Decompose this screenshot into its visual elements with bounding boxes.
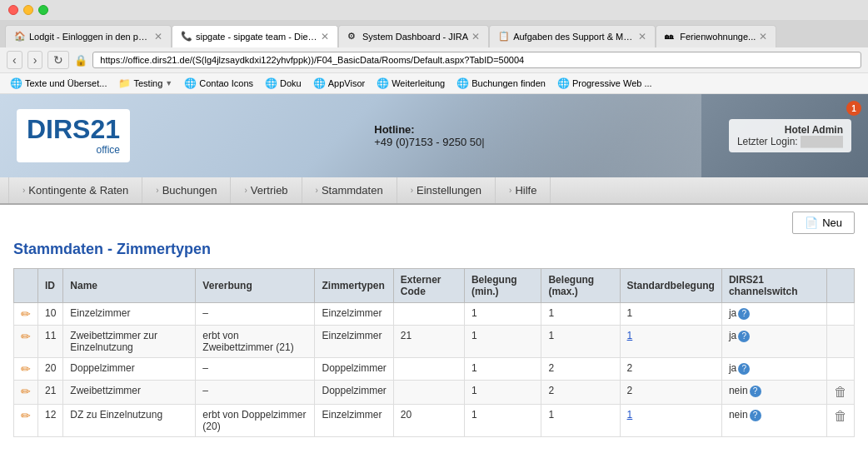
delete-button-21[interactable]: 🗑 (834, 385, 847, 399)
minimize-dot[interactable] (23, 5, 33, 15)
zimmertypen-cell-11: Einzelzimmer (315, 326, 393, 358)
delete-cell-12: 🗑 (827, 405, 855, 437)
channelswitch-value-12: nein (729, 409, 748, 421)
delete-button-12[interactable]: 🗑 (834, 409, 847, 423)
site-header: DIRS21 office Hotline: +49 (0)7153 - 925… (0, 94, 868, 177)
channelswitch-cell-12: nein? (721, 405, 826, 437)
bookmark-weiterleitung[interactable]: 🌐 Weiterleitung (372, 76, 450, 91)
edit-button-21[interactable]: ✏ (21, 385, 31, 398)
belegung-max-cell-20: 2 (541, 358, 620, 381)
bookmark-texte[interactable]: 🌐 Texte und Überset... (5, 76, 112, 91)
standardbelegung-value-10: 1 (627, 307, 633, 319)
col-header-channelswitch: DIRS21 channelswitch (721, 269, 826, 303)
standardbelegung-link-12[interactable]: 1 (627, 409, 633, 421)
main-nav: › Kontingente & Raten › Buchungen › Vert… (0, 177, 868, 205)
refresh-button[interactable]: ↻ (47, 51, 69, 69)
bookmark-icon-appvisor: 🌐 (313, 77, 326, 89)
bookmark-appvisor[interactable]: 🌐 AppVisor (308, 76, 370, 91)
browser-tab-5[interactable]: 🏘 Ferienwohnunge... ✕ (656, 25, 776, 47)
belegung-max-cell-12: 1 (541, 405, 620, 437)
col-header-belegung-max: Belegung (max.) (541, 269, 620, 303)
nav-item-vertrieb[interactable]: › Vertrieb (231, 177, 302, 203)
vererbung-cell-10: – (196, 303, 315, 326)
standardbelegung-link-11[interactable]: 1 (627, 330, 633, 341)
tab-close-5[interactable]: ✕ (759, 31, 767, 42)
edit-button-20[interactable]: ✏ (21, 362, 31, 376)
name-cell-20: Doppelzimmer (63, 358, 196, 381)
new-button-label: Neu (822, 217, 842, 229)
table-row: ✏ 20 Doppelzimmer – Doppelzimmer 1 2 2 j… (14, 358, 855, 381)
bookmark-label-testing: Testing (133, 78, 162, 88)
col-header-id: ID (38, 269, 63, 303)
nav-item-stammdaten[interactable]: › Stammdaten (302, 177, 397, 203)
address-input[interactable] (92, 52, 861, 68)
bookmark-icon-testing: 📁 (118, 77, 131, 89)
browser-tab-2[interactable]: 📞 sipgate - sipgate team - Die ... ✕ (172, 25, 338, 47)
nav-item-buchungen[interactable]: › Buchungen (142, 177, 231, 203)
nav-arrow-stammdaten: › (316, 186, 318, 195)
edit-button-12[interactable]: ✏ (21, 409, 31, 422)
externer-code-cell-11: 21 (393, 326, 464, 358)
new-button-icon: 📄 (805, 217, 818, 229)
channelswitch-info-icon-12[interactable]: ? (750, 410, 761, 421)
name-cell-11: Zweibettzimmer zur Einzelnutzung (63, 326, 196, 358)
notification-badge[interactable]: 1 (846, 101, 861, 116)
new-button[interactable]: 📄 Neu (792, 212, 855, 234)
channelswitch-info-icon-21[interactable]: ? (750, 386, 761, 397)
name-cell-10: Einzelzimmer (63, 303, 196, 326)
bookmark-icon-texte: 🌐 (10, 77, 22, 89)
edit-button-10[interactable]: ✏ (21, 307, 31, 321)
vererbung-cell-12: erbt von Doppelzimmer (20) (196, 405, 315, 437)
channelswitch-info-icon-10[interactable]: ? (738, 308, 750, 320)
lock-icon: 🔒 (74, 54, 87, 67)
bookmark-contao[interactable]: 🌐 Contao Icons (179, 76, 258, 91)
tab-close-4[interactable]: ✕ (638, 31, 646, 42)
tab-favicon-2: 📞 (181, 31, 192, 42)
content-toolbar: 📄 Neu (0, 205, 868, 241)
channelswitch-info-icon-11[interactable]: ? (738, 331, 750, 342)
belegung-max-cell-11: 1 (541, 326, 620, 358)
bookmark-doku[interactable]: 🌐 Doku (260, 76, 307, 91)
tab-title-4: Aufgaben des Support & Mar... (513, 32, 635, 42)
externer-code-cell-20 (393, 358, 464, 381)
table-row: ✏ 11 Zweibettzimmer zur Einzelnutzung er… (14, 326, 855, 358)
channelswitch-value-21: nein (729, 385, 748, 396)
bookmark-label-buchungen: Buchungen finden (471, 78, 546, 88)
nav-item-hilfe[interactable]: › Hilfe (496, 177, 551, 203)
browser-tab-1[interactable]: 🏠 Lodgit - Einloggen in den per... ✕ (5, 25, 172, 47)
edit-button-11[interactable]: ✏ (21, 330, 31, 343)
browser-tab-4[interactable]: 📋 Aufgaben des Support & Mar... ✕ (489, 25, 656, 47)
logo-box: DIRS21 office (17, 109, 130, 162)
nav-item-kontingente[interactable]: › Kontingente & Raten (8, 177, 142, 203)
forward-button[interactable]: › (27, 51, 43, 69)
belegung-min-cell-12: 1 (464, 405, 541, 437)
bookmark-buchungen[interactable]: 🌐 Buchungen finden (451, 76, 551, 91)
belegung-min-cell-10: 1 (464, 303, 541, 326)
user-name: Hotel Admin (785, 124, 843, 136)
maximize-dot[interactable] (38, 5, 48, 15)
channelswitch-info-icon-20[interactable]: ? (738, 363, 750, 375)
nav-arrow-kontingente: › (22, 186, 25, 195)
id-cell-20: 20 (38, 358, 63, 381)
zimmertypen-table: ID Name Vererbung Zimmertypen Externer C… (13, 268, 855, 437)
back-button[interactable]: ‹ (7, 51, 22, 69)
bookmark-label-appvisor: AppVisor (328, 78, 365, 88)
bookmark-testing[interactable]: 📁 Testing ▼ (113, 76, 177, 91)
belegung-min-cell-20: 1 (464, 358, 541, 381)
browser-tab-3[interactable]: ⚙ System Dashboard - JIRA ✕ (338, 25, 489, 47)
bookmark-progressive[interactable]: 🌐 Progressive Web ... (552, 76, 657, 91)
tab-bar: 🏠 Lodgit - Einloggen in den per... ✕ 📞 s… (0, 20, 868, 47)
col-header-standardbelegung: Standardbelegung (620, 269, 721, 303)
nav-item-einstellungen[interactable]: › Einstellungen (397, 177, 496, 203)
zimmertypen-cell-10: Einzelzimmer (315, 303, 393, 326)
tab-close-2[interactable]: ✕ (321, 31, 329, 42)
tab-close-1[interactable]: ✕ (154, 31, 162, 42)
logo-sub: office (27, 144, 120, 156)
tab-close-3[interactable]: ✕ (471, 31, 480, 42)
zimmertypen-cell-21: Doppelzimmer (315, 381, 393, 405)
header-background-image (451, 94, 701, 177)
close-dot[interactable] (8, 5, 18, 15)
window-controls (0, 0, 868, 20)
zimmertypen-cell-20: Doppelzimmer (315, 358, 393, 381)
tab-title-5: Ferienwohnunge... (680, 32, 756, 42)
